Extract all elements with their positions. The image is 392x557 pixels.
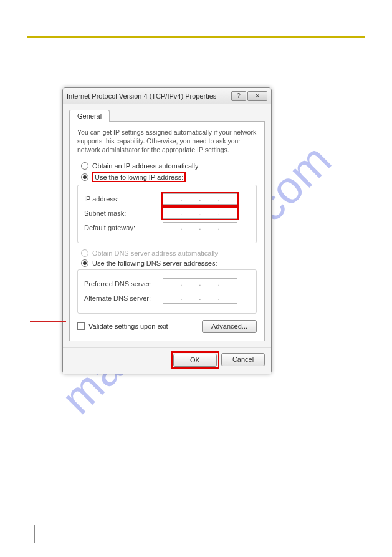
radio-ip-manual[interactable]: Use the following IP address:	[81, 172, 257, 182]
cancel-button-label: Cancel	[232, 356, 254, 363]
alternate-dns-input[interactable]: ...	[163, 293, 237, 304]
validate-checkbox-row[interactable]: Validate settings upon exit	[77, 322, 168, 330]
radio-dns-manual-label: Use the following DNS server addresses:	[92, 259, 218, 267]
dns-fieldset: Preferred DNS server: ... Alternate DNS …	[77, 269, 257, 314]
ok-button-label: OK	[190, 356, 200, 364]
footer-rule	[34, 525, 35, 543]
radio-ip-auto-label: Obtain an IP address automatically	[92, 162, 198, 170]
close-button[interactable]: ✕	[247, 91, 267, 101]
ip-fieldset: IP address: ... Subnet mask: ... Default…	[77, 185, 257, 243]
radio-dns-auto-label: Obtain DNS server address automatically	[92, 249, 218, 257]
dialog-body: General You can get IP settings assigned…	[63, 104, 271, 347]
default-gateway-label: Default gateway:	[84, 224, 158, 231]
subnet-mask-input[interactable]: ...	[163, 208, 237, 219]
radio-icon	[81, 249, 88, 257]
radio-icon	[81, 162, 88, 170]
radio-icon	[81, 173, 88, 181]
page-top-rule	[27, 36, 365, 38]
alternate-dns-label: Alternate DNS server:	[84, 294, 158, 302]
default-gateway-input[interactable]: ...	[163, 222, 237, 233]
ip-address-input[interactable]: ...	[163, 193, 237, 205]
dialog-button-bar: OK Cancel	[63, 347, 271, 374]
tab-general[interactable]: General	[69, 110, 110, 122]
tab-content: You can get IP settings assigned automat…	[69, 122, 265, 341]
validate-label: Validate settings upon exit	[88, 322, 168, 330]
ipv4-properties-dialog: Internet Protocol Version 4 (TCP/IPv4) P…	[62, 87, 272, 374]
ip-address-label: IP address:	[84, 195, 158, 203]
ok-button[interactable]: OK	[173, 354, 217, 367]
red-underline-mark	[30, 321, 66, 322]
ok-highlight: OK	[173, 353, 218, 367]
checkbox-icon	[77, 322, 85, 330]
advanced-button-label: Advanced...	[211, 322, 247, 330]
radio-ip-manual-label: Use the following IP address:	[92, 172, 186, 182]
subnet-mask-label: Subnet mask:	[84, 210, 158, 217]
preferred-dns-input[interactable]: ...	[163, 278, 237, 289]
radio-dns-auto: Obtain DNS server address automatically	[81, 249, 257, 257]
radio-dns-manual[interactable]: Use the following DNS server addresses:	[81, 259, 257, 267]
titlebar[interactable]: Internet Protocol Version 4 (TCP/IPv4) P…	[63, 88, 271, 104]
intro-text: You can get IP settings assigned automat…	[77, 128, 257, 155]
advanced-button[interactable]: Advanced...	[202, 320, 257, 333]
tabstrip: General	[69, 109, 265, 122]
dialog-title: Internet Protocol Version 4 (TCP/IPv4) P…	[67, 92, 230, 100]
radio-ip-auto[interactable]: Obtain an IP address automatically	[81, 162, 257, 170]
radio-icon	[81, 259, 88, 267]
close-icon: ✕	[255, 92, 260, 99]
preferred-dns-label: Preferred DNS server:	[84, 280, 158, 288]
cancel-button[interactable]: Cancel	[221, 353, 265, 366]
help-button[interactable]: ?	[231, 91, 246, 101]
help-icon: ?	[237, 92, 241, 99]
